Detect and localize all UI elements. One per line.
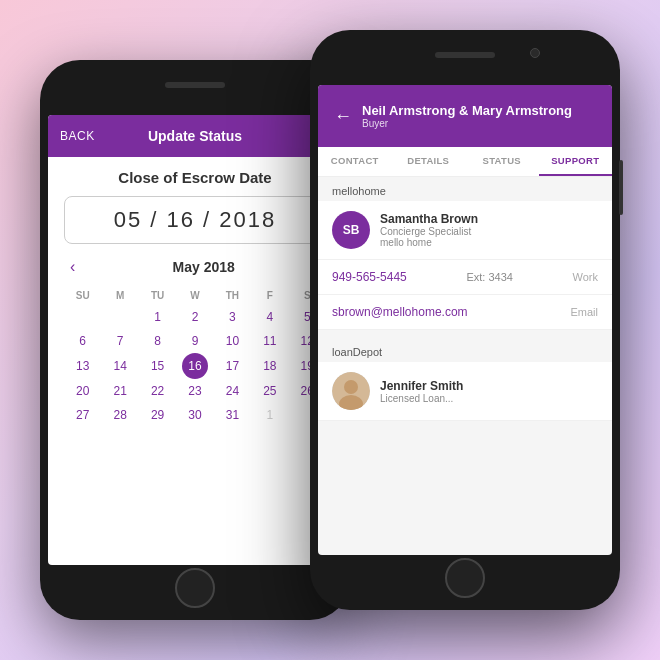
- cal-day-14[interactable]: 14: [101, 353, 138, 379]
- contact-role: Buyer: [362, 118, 572, 129]
- contact-card-samantha: SB Samantha Brown Concierge Specialist m…: [318, 201, 612, 260]
- phone-left-speaker: [165, 82, 225, 88]
- phone-label: Work: [573, 271, 598, 283]
- phones-container: BACK Update Status Close of Escrow Date …: [40, 30, 620, 630]
- phone-right: ← Neil Armstrong & Mary Armstrong Buyer …: [310, 30, 620, 610]
- calendar-grid: SU M TU W TH F S 1 2 3: [64, 286, 326, 427]
- tab-contact[interactable]: CONTACT: [318, 147, 392, 176]
- info-row-email: sbrown@mellohome.com Email: [318, 295, 612, 330]
- calendar-day-headers: SU M TU W TH F S: [64, 286, 326, 305]
- cal-day-31[interactable]: 31: [214, 403, 251, 427]
- phone-right-home-btn[interactable]: [445, 558, 485, 598]
- phone-right-camera: [530, 48, 540, 58]
- tab-status[interactable]: STATUS: [465, 147, 539, 176]
- phone-left: BACK Update Status Close of Escrow Date …: [40, 60, 350, 620]
- calendar-week-1: 1 2 3 4 5: [64, 305, 326, 329]
- contact-role-samantha: Concierge Specialist: [380, 226, 478, 237]
- header-title: Update Status: [148, 128, 242, 144]
- contact-name: Neil Armstrong & Mary Armstrong: [362, 103, 572, 118]
- cal-day-2[interactable]: 2: [176, 305, 213, 329]
- section-label-loandepot: loanDepot: [318, 338, 612, 362]
- email-label: Email: [570, 306, 598, 318]
- cal-day-29[interactable]: 29: [139, 403, 176, 427]
- month-year-label: May 2018: [81, 259, 326, 275]
- tab-details[interactable]: DETAILS: [392, 147, 466, 176]
- cal-day-18[interactable]: 18: [251, 353, 288, 379]
- contact-details-jennifer: Jennifer Smith Licensed Loan...: [380, 379, 463, 404]
- cal-day-8[interactable]: 8: [139, 329, 176, 353]
- contact-info: Neil Armstrong & Mary Armstrong Buyer: [362, 103, 572, 129]
- cal-day-17[interactable]: 17: [214, 353, 251, 379]
- prev-month-arrow[interactable]: ‹: [64, 256, 81, 278]
- cal-day-empty: [64, 305, 101, 329]
- cal-day-15[interactable]: 15: [139, 353, 176, 379]
- day-header-f: F: [251, 286, 288, 305]
- contact-card-jennifer: Jennifer Smith Licensed Loan...: [318, 362, 612, 421]
- cal-day-4[interactable]: 4: [251, 305, 288, 329]
- day-header-w: W: [176, 286, 213, 305]
- right-header: ← Neil Armstrong & Mary Armstrong Buyer: [318, 85, 612, 147]
- contact-name-jennifer: Jennifer Smith: [380, 379, 463, 393]
- cal-day-7[interactable]: 7: [101, 329, 138, 353]
- left-header: BACK Update Status: [48, 115, 342, 157]
- cal-day-20[interactable]: 20: [64, 379, 101, 403]
- calendar-week-3: 13 14 15 16 17 18 19: [64, 353, 326, 379]
- cal-day-28[interactable]: 28: [101, 403, 138, 427]
- contact-name-samantha: Samantha Brown: [380, 212, 478, 226]
- cal-day-10[interactable]: 10: [214, 329, 251, 353]
- email-value[interactable]: sbrown@mellohome.com: [332, 305, 468, 319]
- right-tabs: CONTACT DETAILS STATUS SUPPORT: [318, 147, 612, 177]
- section-gap: [318, 330, 612, 338]
- tab-support[interactable]: SUPPORT: [539, 147, 613, 176]
- calendar-title: Close of Escrow Date: [64, 169, 326, 186]
- phone-right-screen: ← Neil Armstrong & Mary Armstrong Buyer …: [318, 85, 612, 555]
- day-header-m: M: [101, 286, 138, 305]
- cal-day-6[interactable]: 6: [64, 329, 101, 353]
- contact-details-samantha: Samantha Brown Concierge Specialist mell…: [380, 212, 478, 248]
- phone-right-speaker: [435, 52, 495, 58]
- avatar-sb: SB: [332, 211, 370, 249]
- date-input[interactable]: 05 / 16 / 2018: [64, 196, 326, 244]
- section-label-mellohome: mellohome: [318, 177, 612, 201]
- phone-left-screen: BACK Update Status Close of Escrow Date …: [48, 115, 342, 565]
- calendar-section: Close of Escrow Date 05 / 16 / 2018 ‹ Ma…: [48, 157, 342, 435]
- day-header-su: SU: [64, 286, 101, 305]
- calendar-week-2: 6 7 8 9 10 11 12: [64, 329, 326, 353]
- back-button[interactable]: BACK: [60, 129, 95, 143]
- cal-day-23[interactable]: 23: [176, 379, 213, 403]
- cal-day-3[interactable]: 3: [214, 305, 251, 329]
- svg-point-1: [344, 380, 358, 394]
- cal-day-21[interactable]: 21: [101, 379, 138, 403]
- calendar-week-5: 27 28 29 30 31 1: [64, 403, 326, 427]
- cal-day-16-selected[interactable]: 16: [182, 353, 208, 379]
- cal-day-next-1[interactable]: 1: [251, 403, 288, 427]
- contact-company-samantha: mello home: [380, 237, 478, 248]
- cal-day-22[interactable]: 22: [139, 379, 176, 403]
- cal-day-9[interactable]: 9: [176, 329, 213, 353]
- avatar-js: [332, 372, 370, 410]
- info-row-phone: 949-565-5445 Ext: 3434 Work: [318, 260, 612, 295]
- back-arrow-icon[interactable]: ←: [334, 106, 352, 127]
- right-content: mellohome SB Samantha Brown Concierge Sp…: [318, 177, 612, 537]
- contact-role-jennifer: Licensed Loan...: [380, 393, 463, 404]
- phone-value[interactable]: 949-565-5445: [332, 270, 407, 284]
- calendar-nav: ‹ May 2018: [64, 256, 326, 278]
- cal-day-empty: [101, 305, 138, 329]
- cal-day-13[interactable]: 13: [64, 353, 101, 379]
- calendar-week-4: 20 21 22 23 24 25 26: [64, 379, 326, 403]
- cal-day-1[interactable]: 1: [139, 305, 176, 329]
- cal-day-27[interactable]: 27: [64, 403, 101, 427]
- phone-right-side-btn: [619, 160, 623, 215]
- cal-day-24[interactable]: 24: [214, 379, 251, 403]
- cal-day-25[interactable]: 25: [251, 379, 288, 403]
- cal-day-30[interactable]: 30: [176, 403, 213, 427]
- cal-day-11[interactable]: 11: [251, 329, 288, 353]
- phone-left-home-btn[interactable]: [175, 568, 215, 608]
- day-header-th: TH: [214, 286, 251, 305]
- phone-ext: Ext: 3434: [466, 271, 512, 283]
- day-header-tu: TU: [139, 286, 176, 305]
